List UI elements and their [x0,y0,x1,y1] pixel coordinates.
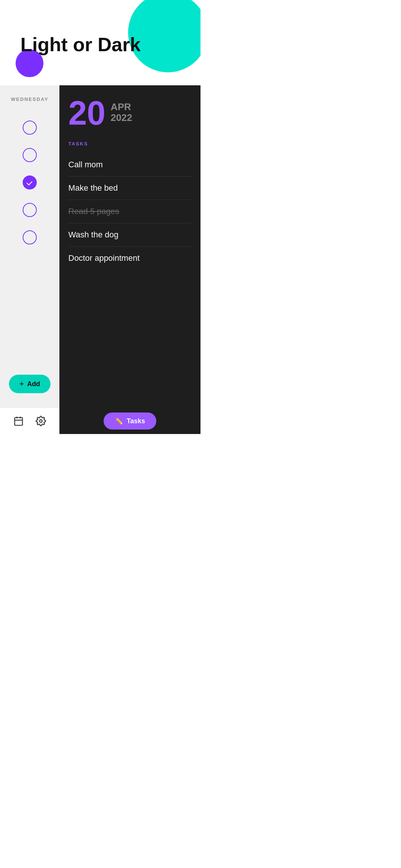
tasks-section-label: TASKS [68,141,192,147]
task-text-3: Read 5 pages [68,207,119,216]
task-item-4[interactable]: Wash the dog [68,223,192,247]
task-item-3[interactable]: Read 5 pages [68,200,192,223]
hero-section: Light or Dark [0,0,200,85]
checkbox-4[interactable] [23,203,37,217]
gear-icon [36,416,46,426]
plus-icon: + [19,380,24,388]
checkbox-3[interactable] [23,175,37,190]
svg-rect-0 [15,418,23,425]
task-list: Call mom Make the bed Read 5 pages Wash … [68,153,192,270]
task-text-4: Wash the dog [68,230,118,239]
date-header: 20 APR 2022 [68,96,192,130]
task-text-5: Doctor appointment [68,253,140,263]
settings-nav-button[interactable] [35,415,46,427]
add-button[interactable]: + Add [9,375,50,393]
svg-point-4 [40,420,42,423]
bottom-nav: ✏️ Tasks [0,408,200,434]
date-number: 20 [68,96,105,130]
task-item-1[interactable]: Call mom [68,153,192,177]
task-item-2[interactable]: Make the bed [68,177,192,200]
date-month-year: APR 2022 [111,96,132,123]
date-month: APR [111,102,132,112]
tasks-nav-button[interactable]: ✏️ Tasks [104,412,156,430]
task-item-5[interactable]: Doctor appointment [68,247,192,270]
left-panel: WEDNESDAY + Add [0,85,59,408]
checkbox-5[interactable] [23,230,37,244]
date-year: 2022 [111,112,132,123]
checkbox-1[interactable] [23,121,37,135]
nav-left [0,415,59,427]
checkbox-list [23,121,37,244]
add-button-label: Add [27,380,40,388]
calendar-nav-button[interactable] [13,415,24,427]
nav-right: ✏️ Tasks [59,408,200,434]
main-content: WEDNESDAY + Add 20 APR 2022 TASKS Call m [0,85,200,408]
task-text-2: Make the bed [68,183,118,193]
tasks-nav-label: Tasks [127,417,145,425]
day-label: WEDNESDAY [11,96,48,102]
task-text-1: Call mom [68,160,103,169]
checkbox-2[interactable] [23,148,37,162]
calendar-icon [13,416,24,426]
right-panel: 20 APR 2022 TASKS Call mom Make the bed … [59,85,200,408]
hero-title: Light or Dark [20,33,141,56]
pencil-icon: ✏️ [115,417,123,425]
